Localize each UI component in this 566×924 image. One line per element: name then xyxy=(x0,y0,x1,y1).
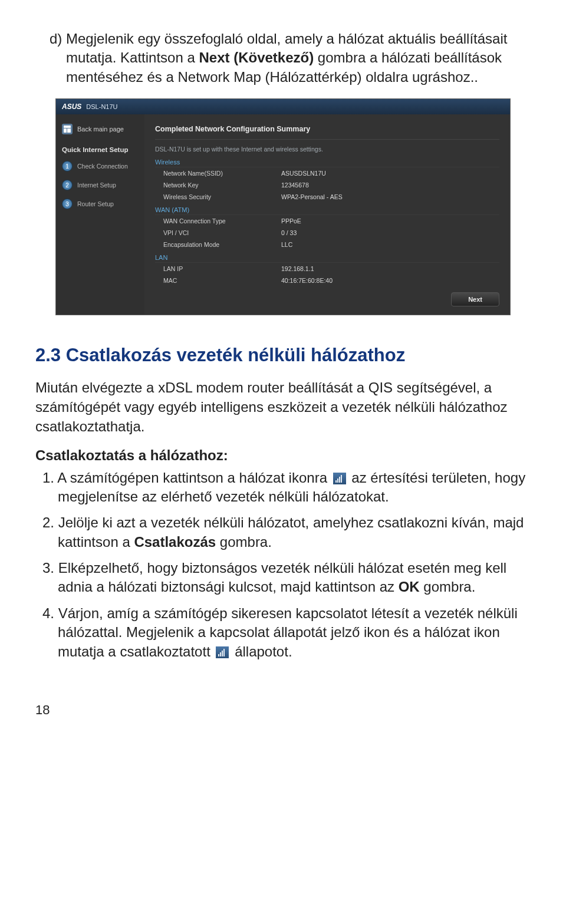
lan-section-head: LAN xyxy=(155,250,499,263)
router-summary-screenshot: ASUS DSL-N17U Back main page Quick Inter… xyxy=(55,98,511,315)
step-bold: OK xyxy=(399,579,420,595)
intro-bullet: d) xyxy=(50,31,62,47)
svg-rect-2 xyxy=(67,128,71,133)
kv-row: Encapsulation ModeLLC xyxy=(155,239,499,250)
kv-row: WAN Connection TypePPPoE xyxy=(155,215,499,227)
kv-val: ASUSDSLN17U xyxy=(281,170,326,177)
step-text-b: gombra. xyxy=(420,579,476,595)
page-number: 18 xyxy=(35,702,531,718)
sidebar-item-check-connection[interactable]: 1 Check Connection xyxy=(56,157,144,176)
step-bold: Csatlakozás xyxy=(134,534,216,550)
network-signal-icon xyxy=(216,646,229,658)
kv-val: LLC xyxy=(281,241,292,248)
kv-key: Network Name(SSID) xyxy=(155,170,281,177)
kv-val: 12345678 xyxy=(281,182,309,189)
step-num: 1. xyxy=(42,470,54,486)
kv-val: 0 / 33 xyxy=(281,229,297,236)
panel-subtitle: DSL-N17U is set up with these Internet a… xyxy=(155,140,499,155)
model-name: DSL-N17U xyxy=(86,103,117,110)
steps-list: 1. A számítógépen kattintson a hálózat i… xyxy=(35,468,531,662)
back-main-label: Back main page xyxy=(77,126,124,133)
panel-title: Completed Network Configuration Summary xyxy=(155,121,499,140)
sidebar-item-label: Internet Setup xyxy=(77,182,116,189)
kv-row: MAC40:16:7E:60:8E:40 xyxy=(155,275,499,286)
svg-rect-0 xyxy=(64,126,71,128)
kv-key: VPI / VCI xyxy=(155,229,281,236)
step-text-b: állapotot. xyxy=(231,644,292,659)
kv-key: Encapsulation Mode xyxy=(155,241,281,248)
step-num: 3. xyxy=(42,560,54,576)
back-main-page[interactable]: Back main page xyxy=(56,120,144,143)
sidebar-item-router-setup[interactable]: 3 Router Setup xyxy=(56,194,144,213)
step-num-icon: 2 xyxy=(62,180,73,190)
kv-val: PPPoE xyxy=(281,217,301,225)
kv-key: Wireless Security xyxy=(155,193,281,200)
router-main-panel: Completed Network Configuration Summary … xyxy=(144,114,510,315)
kv-row: Network Name(SSID)ASUSDSLN17U xyxy=(155,167,499,179)
router-titlebar: ASUS DSL-N17U xyxy=(56,99,510,114)
section-heading: 2.3 Csatlakozás vezeték nélküli hálózath… xyxy=(35,345,531,366)
kv-key: MAC xyxy=(155,277,281,284)
kv-row: Wireless SecurityWPA2-Personal - AES xyxy=(155,191,499,203)
step-text-a: A számítógépen kattintson a hálózat ikon… xyxy=(57,470,331,486)
qis-title: Quick Internet Setup xyxy=(56,143,144,157)
router-sidebar: Back main page Quick Internet Setup 1 Ch… xyxy=(56,114,144,315)
section-subhead: Csatlakoztatás a hálózathoz: xyxy=(35,447,531,464)
step-num: 2. xyxy=(42,514,54,530)
step-num: 4. xyxy=(42,605,54,621)
wan-section-head: WAN (ATM) xyxy=(155,203,499,215)
step-4: 4. Várjon, amíg a számítógép sikeresen k… xyxy=(35,604,531,661)
network-tray-icon xyxy=(333,473,346,484)
intro-next-label: Next (Következő) xyxy=(199,50,314,65)
layout-icon xyxy=(62,124,73,134)
step-text-b: gombra. xyxy=(216,534,272,550)
kv-row: VPI / VCI0 / 33 xyxy=(155,227,499,239)
wireless-section-head: Wireless xyxy=(155,155,499,167)
step-2: 2. Jelölje ki azt a vezeték nélküli háló… xyxy=(35,513,531,552)
section-paragraph: Miután elvégezte a xDSL modem router beá… xyxy=(35,378,531,436)
kv-val: 192.168.1.1 xyxy=(281,265,314,272)
kv-key: Network Key xyxy=(155,182,281,189)
kv-val: WPA2-Personal - AES xyxy=(281,193,343,200)
step-num-icon: 1 xyxy=(62,161,73,171)
step-text-a: Jelölje ki azt a vezeték nélküli hálózat… xyxy=(58,514,524,549)
sidebar-item-internet-setup[interactable]: 2 Internet Setup xyxy=(56,176,144,194)
kv-key: LAN IP xyxy=(155,265,281,272)
kv-val: 40:16:7E:60:8E:40 xyxy=(281,277,333,284)
next-button[interactable]: Next xyxy=(451,292,499,306)
svg-rect-1 xyxy=(64,128,67,133)
step-3: 3. Elképzelhető, hogy biztonságos vezeté… xyxy=(35,559,531,597)
intro-paragraph: d) Megjelenik egy összefoglaló oldal, am… xyxy=(35,29,531,87)
sidebar-item-label: Router Setup xyxy=(77,200,114,207)
asus-logo: ASUS xyxy=(62,103,81,111)
step-num-icon: 3 xyxy=(62,199,73,209)
kv-key: WAN Connection Type xyxy=(155,217,281,225)
kv-row: Network Key12345678 xyxy=(155,179,499,191)
sidebar-item-label: Check Connection xyxy=(77,163,128,170)
step-1: 1. A számítógépen kattintson a hálózat i… xyxy=(35,468,531,507)
kv-row: LAN IP192.168.1.1 xyxy=(155,263,499,275)
